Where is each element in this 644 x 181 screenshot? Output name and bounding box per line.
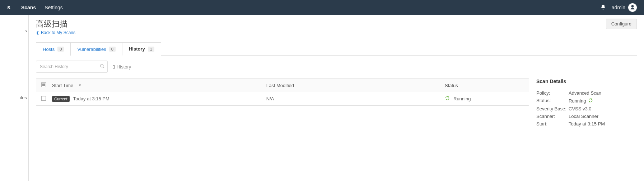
tab-history-label: History: [129, 46, 145, 52]
details-title: Scan Details: [536, 78, 637, 84]
row-last-modified: N/A: [266, 96, 445, 101]
user-menu[interactable]: admin: [612, 3, 637, 12]
page-title: 高级扫描: [36, 19, 606, 29]
history-count-num: 1: [113, 64, 115, 70]
detail-policy-key: Policy:: [536, 90, 569, 96]
sidebar: s ıles: [0, 15, 29, 181]
tab-vulnerabilities[interactable]: Vulnerabilities 0: [70, 42, 122, 56]
detail-status: Status: Running: [536, 97, 637, 105]
tab-hosts-label: Hosts: [43, 47, 55, 52]
tab-vulns-label: Vulnerabilities: [77, 47, 106, 52]
tab-vulns-count: 0: [109, 47, 116, 52]
row-start-time: Today at 3:15 PM: [73, 96, 109, 101]
nav-settings[interactable]: Settings: [45, 5, 63, 10]
running-icon: [445, 96, 450, 102]
col-header-start-time[interactable]: Start Time ▼: [52, 83, 266, 88]
detail-start-key: Start:: [536, 121, 569, 127]
sort-caret-icon: ▼: [78, 84, 81, 87]
detail-scanner-value: Local Scanner: [569, 114, 637, 119]
history-count-label: History: [117, 64, 131, 70]
col-header-last-modified[interactable]: Last Modified: [266, 83, 445, 88]
history-count-text: 1 History: [113, 64, 131, 70]
row-status: Running: [453, 96, 471, 101]
current-badge: Current: [52, 96, 70, 102]
detail-policy-value: Advanced Scan: [569, 90, 637, 96]
detail-severity-key: Severity Base:: [536, 106, 569, 111]
configure-button[interactable]: Configure: [606, 19, 637, 29]
back-link-label: Back to My Scans: [41, 30, 75, 35]
tab-history-count: 1: [148, 47, 154, 52]
topbar: s Scans Settings admin: [0, 0, 644, 15]
back-link[interactable]: ❮ Back to My Scans: [36, 30, 75, 35]
col-header-status[interactable]: Status: [445, 83, 524, 88]
detail-start-value: Today at 3:15 PM: [569, 121, 637, 127]
detail-severity: Severity Base: CVSS v3.0: [536, 105, 637, 113]
tabs: Hosts 0 Vulnerabilities 0 History 1: [36, 42, 637, 56]
table-header: Start Time ▼ Last Modified Status: [36, 79, 529, 92]
sidebar-item-0[interactable]: s: [0, 26, 28, 35]
col-header-start-label: Start Time: [52, 83, 73, 88]
running-icon: [588, 98, 593, 104]
select-all-checkbox[interactable]: [41, 82, 46, 87]
detail-status-value: Running: [569, 98, 586, 104]
content: 高级扫描 ❮ Back to My Scans Configure Hosts …: [29, 15, 644, 181]
detail-status-key: Status:: [536, 98, 569, 104]
chevron-left-icon: ❮: [36, 30, 39, 35]
sidebar-item-1[interactable]: ıles: [0, 93, 28, 103]
detail-scanner-key: Scanner:: [536, 114, 569, 119]
search-input[interactable]: [36, 61, 108, 73]
scan-details: Scan Details Policy: Advanced Scan Statu…: [536, 78, 637, 128]
notifications-icon[interactable]: [600, 4, 606, 11]
detail-policy: Policy: Advanced Scan: [536, 89, 637, 97]
table-row[interactable]: Current Today at 3:15 PM N/A Running: [36, 92, 529, 105]
avatar-icon: [628, 3, 637, 12]
nav-scans[interactable]: Scans: [21, 5, 36, 10]
tab-hosts[interactable]: Hosts 0: [36, 42, 71, 56]
tab-hosts-count: 0: [57, 47, 64, 52]
detail-start: Start: Today at 3:15 PM: [536, 120, 637, 128]
tab-history[interactable]: History 1: [122, 42, 161, 56]
history-table: Start Time ▼ Last Modified Status Curren…: [36, 78, 529, 106]
brand-logo: s: [7, 4, 10, 11]
detail-scanner: Scanner: Local Scanner: [536, 113, 637, 120]
row-checkbox[interactable]: [41, 96, 46, 101]
user-name: admin: [612, 5, 625, 10]
detail-severity-value: CVSS v3.0: [569, 106, 637, 111]
